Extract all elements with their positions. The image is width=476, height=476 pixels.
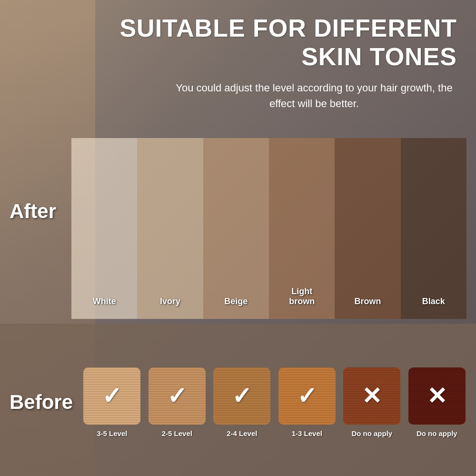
skin-label-lightbrown: Lightbrown bbox=[289, 287, 315, 307]
cross-icon-brown: ✕ bbox=[362, 382, 382, 410]
skin-column-ivory: Ivory bbox=[137, 138, 203, 319]
skin-label-white: White bbox=[93, 297, 116, 307]
subtitle-text: You could adjust the level according to … bbox=[171, 80, 457, 111]
level-ivory: 2-5 Level bbox=[162, 429, 192, 437]
before-item-lightbrown: ✓ 1-3 Level bbox=[278, 367, 337, 437]
check-icon-ivory: ✓ bbox=[167, 382, 187, 410]
title-line2: SKIN TONES bbox=[301, 43, 457, 70]
skin-column-black: Black bbox=[401, 138, 466, 319]
check-icon-beige: ✓ bbox=[232, 382, 252, 410]
skin-column-beige: Beige bbox=[203, 138, 269, 319]
level-white: 3-5 Level bbox=[97, 429, 127, 437]
skin-label-beige: Beige bbox=[224, 297, 248, 307]
before-item-beige: ✓ 2-4 Level bbox=[212, 367, 272, 437]
title-line1: SUITABLE FOR DIFFERENT bbox=[119, 14, 457, 42]
before-items-container: ✓ 3-5 Level ✓ 2-5 Level ✓ 2-4 Level bbox=[82, 367, 466, 437]
level-beige: 2-4 Level bbox=[227, 429, 257, 437]
swatch-beige: ✓ bbox=[213, 367, 270, 425]
before-item-black: ✕ Do no apply bbox=[407, 367, 467, 437]
level-black: Do no apply bbox=[416, 429, 457, 437]
skin-column-white: White bbox=[71, 138, 137, 319]
skin-tones-section: White Ivory Beige Lightbrown Brown Black bbox=[71, 138, 466, 319]
swatch-ivory: ✓ bbox=[149, 367, 206, 425]
swatch-black: ✕ bbox=[408, 367, 466, 425]
level-lightbrown: 1-3 Level bbox=[292, 429, 322, 437]
check-icon-white: ✓ bbox=[102, 382, 122, 410]
before-label: Before bbox=[10, 391, 73, 414]
before-section: Before ✓ 3-5 Level ✓ 2-5 Level ✓ bbox=[0, 324, 476, 476]
title-section: SUITABLE FOR DIFFERENT SKIN TONES You co… bbox=[0, 0, 476, 148]
check-icon-lightbrown: ✓ bbox=[297, 382, 317, 410]
level-brown: Do no apply bbox=[351, 429, 392, 437]
skin-column-lightbrown: Lightbrown bbox=[269, 138, 335, 319]
before-item-brown: ✕ Do no apply bbox=[342, 367, 402, 437]
main-container: SUITABLE FOR DIFFERENT SKIN TONES You co… bbox=[0, 0, 476, 476]
swatch-lightbrown: ✓ bbox=[278, 367, 336, 425]
cross-icon-black: ✕ bbox=[427, 382, 447, 410]
after-label: After bbox=[10, 200, 56, 223]
swatch-white: ✓ bbox=[83, 367, 140, 425]
before-item-ivory: ✓ 2-5 Level bbox=[148, 367, 207, 437]
swatch-brown: ✕ bbox=[343, 367, 400, 425]
main-title: SUITABLE FOR DIFFERENT SKIN TONES bbox=[119, 14, 457, 71]
skin-label-ivory: Ivory bbox=[160, 297, 180, 307]
before-item-white: ✓ 3-5 Level bbox=[82, 367, 142, 437]
skin-label-brown: Brown bbox=[354, 297, 381, 307]
skin-column-brown: Brown bbox=[335, 138, 400, 319]
skin-label-black: Black bbox=[422, 297, 445, 307]
